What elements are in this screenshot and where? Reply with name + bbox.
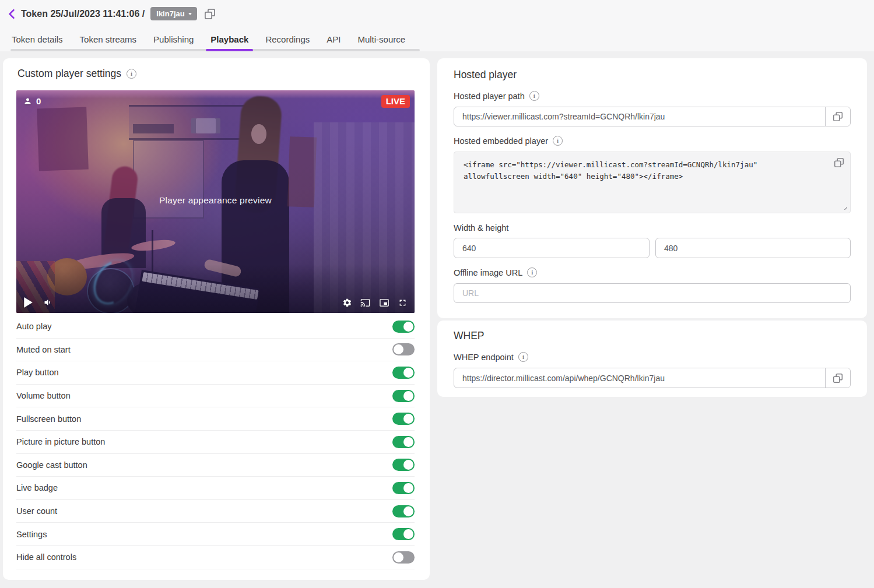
tab-bar: Token details Token streams Publishing P… (0, 27, 874, 51)
copy-whep-icon[interactable] (826, 368, 850, 388)
hosted-player-path-input[interactable] (454, 107, 825, 126)
live-badge: LIVE (381, 95, 410, 108)
toggle-muted-on-start[interactable] (392, 343, 415, 355)
toggle-row: User count (16, 500, 415, 523)
tab-playback[interactable]: Playback (205, 27, 254, 51)
hosted-player-path-label: Hosted player path i (454, 91, 539, 101)
toggle-row: Auto play (16, 315, 415, 339)
toggle-row: Picture in picture button (16, 431, 415, 454)
toggle-hide-all-controls[interactable] (392, 551, 415, 564)
width-height-label: Width & height (454, 223, 508, 233)
tab-label: Recordings (265, 34, 310, 44)
whep-endpoint-input[interactable] (454, 368, 825, 388)
toggle-knob (403, 506, 413, 516)
toggle-picture-in-picture-button[interactable] (392, 436, 415, 448)
toggle-label: Play button (16, 368, 59, 377)
hosted-player-title: Hosted player (454, 69, 517, 81)
toggle-knob (394, 552, 403, 562)
tab-token-details[interactable]: Token details (6, 27, 69, 51)
toggle-list: Auto play Muted on start Play button Vol… (16, 315, 415, 569)
page-title: Token 25/Jul/2023 11:41:06 / (21, 9, 145, 19)
tab-recordings[interactable]: Recordings (259, 27, 315, 51)
hosted-embedded-player-label: Hosted embedded player i (454, 136, 563, 146)
toggle-row: Live badge (16, 477, 415, 500)
tab-label: Multi-source (357, 34, 405, 44)
volume-button[interactable] (43, 298, 53, 307)
tab-api[interactable]: API (321, 27, 346, 51)
toggle-label: Volume button (16, 391, 71, 400)
toggle-row: Fullscreen button (16, 407, 415, 431)
play-button[interactable] (23, 297, 33, 308)
whep-card: WHEP WHEP endpoint i (437, 321, 867, 397)
whep-title: WHEP (454, 330, 485, 342)
tab-label: Playback (210, 34, 248, 44)
info-icon[interactable]: i (529, 91, 539, 101)
toggle-knob (403, 460, 413, 470)
offline-image-url-label: Offline image URL i (454, 267, 537, 277)
toggle-auto-play[interactable] (392, 321, 415, 333)
toggle-label: User count (16, 506, 57, 516)
tab-label: API (327, 34, 341, 44)
chevron-down-icon (188, 13, 192, 15)
toggle-knob (403, 529, 413, 539)
toggle-row: Google cast button (16, 454, 415, 477)
info-icon[interactable]: i (518, 352, 528, 362)
copy-token-name-icon[interactable] (204, 8, 216, 20)
viewer-count-value: 0 (36, 96, 41, 106)
embed-code-field: <iframe src="https://viewer.millicast.co… (454, 152, 851, 213)
tab-publishing[interactable]: Publishing (148, 27, 199, 51)
token-name-dropdown[interactable]: lkin7jau (150, 7, 196, 20)
info-icon[interactable]: i (527, 267, 537, 277)
embed-code-textarea[interactable]: <iframe src="https://viewer.millicast.co… (454, 152, 850, 213)
tab-token-streams[interactable]: Token streams (74, 27, 143, 51)
toggle-google-cast-button[interactable] (392, 459, 415, 471)
tab-label: Token streams (80, 34, 137, 44)
settings-button[interactable] (342, 298, 352, 308)
custom-player-settings-title: Custom player settings i (17, 68, 136, 80)
page-header: Token 25/Jul/2023 11:41:06 / lkin7jau (0, 0, 874, 27)
preview-overlay-text: Player appearance preview (16, 195, 415, 206)
custom-player-settings-card: Custom player settings i Player appearan… (3, 58, 430, 580)
height-input[interactable] (655, 238, 851, 258)
viewer-count: 0 (23, 96, 41, 106)
toggle-row: Volume button (16, 385, 415, 408)
whep-endpoint-field (454, 368, 851, 388)
toggle-label: Hide all controls (16, 552, 76, 562)
toggle-play-button[interactable] (392, 367, 415, 379)
toggle-row: Settings (16, 523, 415, 546)
player-controls-left (23, 297, 53, 308)
toggle-settings[interactable] (392, 528, 415, 540)
offline-image-url-input[interactable] (454, 283, 851, 303)
back-icon[interactable] (5, 7, 19, 21)
picture-in-picture-button[interactable] (378, 298, 390, 308)
width-input[interactable] (454, 238, 650, 258)
toggle-label: Auto play (16, 322, 51, 331)
copy-embed-icon[interactable] (834, 157, 844, 170)
player-controls-right (342, 298, 408, 308)
toggle-knob (394, 344, 403, 354)
toggle-knob (403, 414, 413, 424)
toggle-label: Google cast button (16, 460, 87, 470)
fullscreen-button[interactable] (398, 298, 408, 308)
cast-button[interactable] (360, 298, 371, 308)
toggle-fullscreen-button[interactable] (392, 413, 415, 425)
info-icon[interactable]: i (127, 69, 136, 79)
info-icon[interactable]: i (553, 136, 563, 146)
hosted-player-card: Hosted player Hosted player path i Hoste… (437, 58, 867, 318)
toggle-label: Picture in picture button (16, 437, 105, 446)
toggle-row: Hide all controls (16, 546, 415, 569)
toggle-user-count[interactable] (392, 505, 415, 517)
toggle-knob (403, 437, 413, 447)
whep-endpoint-label: WHEP endpoint i (454, 352, 528, 362)
toggle-knob (403, 368, 413, 378)
tab-multi-source[interactable]: Multi-source (352, 27, 411, 51)
token-name-label: lkin7jau (156, 9, 184, 18)
hosted-player-path-field (454, 107, 851, 126)
toggle-volume-button[interactable] (392, 390, 415, 402)
tab-label: Publishing (153, 34, 194, 44)
copy-path-icon[interactable] (826, 107, 850, 126)
player-preview: Player appearance preview 0 LIVE (16, 90, 415, 313)
tab-label: Token details (12, 34, 63, 44)
toggle-live-badge[interactable] (392, 482, 415, 494)
toggle-label: Live badge (16, 483, 58, 492)
